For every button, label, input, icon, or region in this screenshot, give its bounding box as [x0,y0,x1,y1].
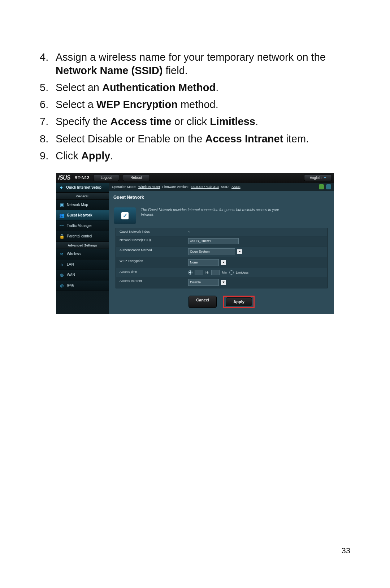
sidebar-item-wireless[interactable]: ≋ Wireless [56,249,109,259]
status-icon[interactable] [326,184,331,189]
button-row: Cancel Apply [109,292,334,314]
router-admin-screenshot: /SUS RT-N12 Logout Reboot English Quick … [56,173,334,314]
field-label: Access Intranet [116,277,185,288]
sidebar-item-network-map[interactable]: ▣ Network Map [56,200,109,210]
step-text: Specify the Access time or click Limitle… [56,115,350,128]
row-intranet: Access Intranet Disable [116,277,327,288]
field-label: Access time [116,268,185,277]
traffic-icon: 〰 [59,223,65,229]
step-number: 4. [40,51,56,77]
globe-icon: ◍ [59,272,65,278]
sidebar-item-guest-network[interactable]: 👥 Guest Network [56,210,109,221]
sidebar: Quick Internet Setup General ▣ Network M… [56,183,109,314]
lock-icon: 🔒 [59,233,65,239]
sidebar-item-wan[interactable]: ◍ WAN [56,270,109,280]
wep-encryption-select[interactable]: None [188,259,219,266]
sidebar-item-ipv6[interactable]: ◎ IPv6 [56,280,109,291]
main-panel: Operation Mode: Wireless router Firmware… [109,183,334,314]
top-bar: /SUS RT-N12 Logout Reboot English [56,173,334,183]
brand-logo: /SUS [58,175,70,181]
chevron-down-icon[interactable] [221,260,226,265]
access-time-radio[interactable] [188,270,192,275]
row-auth: Authentication Method Open System [116,246,327,257]
step-number: 8. [40,132,56,146]
index-value: 1 [185,228,327,236]
access-intranet-select[interactable]: Disable [188,279,219,286]
ssid-link[interactable]: ASUS [231,185,240,189]
apply-highlight-box: Apply [223,296,255,308]
step-text: Click Apply. [56,149,350,163]
row-ssid: Network Name(SSID) [116,236,327,246]
chevron-down-icon[interactable] [221,280,226,285]
sidebar-section-advanced: Advanced Settings [56,242,109,249]
guest-hero-icon: ✓ [114,207,136,224]
step-number: 7. [40,115,56,128]
wifi-icon: ≋ [59,251,65,257]
ipv6-icon: ◎ [59,283,65,288]
step-text: Select Disable or Enable on the Access I… [56,132,350,146]
page-footer: 33 [40,543,350,555]
hero-banner: ✓ The Guest Network provides Internet co… [109,203,334,228]
step-text: Assign a wireless name for your temporar… [56,51,350,77]
step-number: 9. [40,149,56,163]
hero-text: The Guest Network provides Internet conn… [141,207,285,224]
ssid-input[interactable] [188,238,239,244]
row-index: Guest Network index 1 [116,228,327,236]
lan-icon: ⌂ [59,262,65,267]
instruction-list: 4. Assign a wireless name for your tempo… [40,51,350,163]
sidebar-item-lan[interactable]: ⌂ LAN [56,259,109,270]
chevron-down-icon [324,177,326,179]
auth-method-select[interactable]: Open System [188,248,235,255]
cancel-button[interactable]: Cancel [188,296,217,308]
hours-input[interactable] [195,270,203,275]
step-number: 6. [40,98,56,111]
check-icon: ✓ [121,212,129,219]
field-label: Network Name(SSID) [116,236,185,246]
panel-title: Guest Network [109,191,334,203]
field-label: Authentication Method [116,246,185,257]
limitless-radio[interactable] [229,270,234,275]
quick-internet-setup-button[interactable]: Quick Internet Setup [56,183,109,193]
field-label: WEP Encryption [116,257,185,268]
guest-icon: 👥 [59,213,65,218]
row-wep: WEP Encryption None [116,257,327,268]
page-number: 33 [342,546,350,555]
chevron-down-icon[interactable] [237,249,242,254]
step-text: Select an Authentication Method. [56,81,350,94]
operation-mode-link[interactable]: Wireless router [138,185,160,189]
apply-button[interactable]: Apply [226,297,252,306]
network-map-icon: ▣ [59,202,65,208]
language-select[interactable]: English [304,174,332,181]
field-label: Guest Network index [116,228,185,236]
step-text: Select a WEP Encryption method. [56,98,350,111]
minutes-input[interactable] [211,270,220,275]
logout-button[interactable]: Logout [93,174,120,181]
row-access-time: Access time Hr Min Limitless [116,268,327,277]
wand-icon [59,185,64,190]
sidebar-section-general: General [56,193,109,200]
status-icon[interactable] [319,184,324,189]
info-bar: Operation Mode: Wireless router Firmware… [109,183,334,191]
sidebar-item-traffic-manager[interactable]: 〰 Traffic Manager [56,221,109,231]
step-number: 5. [40,81,56,94]
reboot-button[interactable]: Reboot [123,174,150,181]
firmware-link[interactable]: 3.0.0.4.67713b.313 [191,185,219,189]
model-label: RT-N12 [74,175,89,180]
settings-form: Guest Network index 1 Network Name(SSID)… [116,228,328,288]
sidebar-item-parental-control[interactable]: 🔒 Parental control [56,231,109,242]
